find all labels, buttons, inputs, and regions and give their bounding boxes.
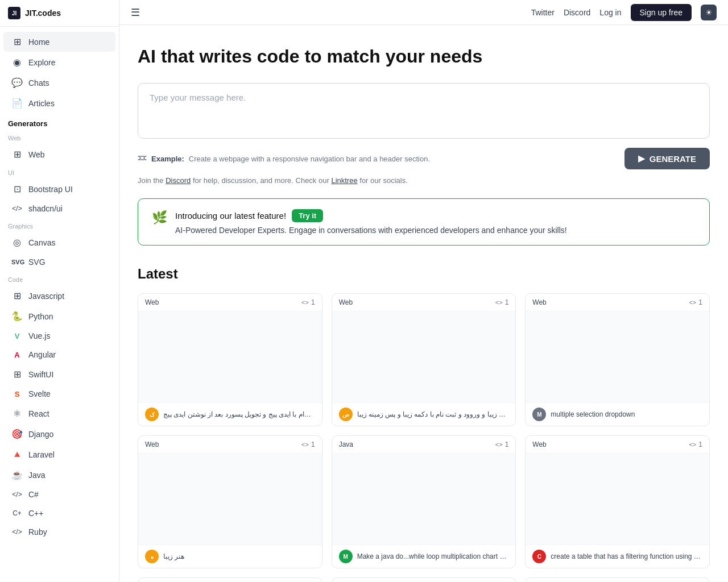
card-meta: <> 1	[301, 298, 315, 306]
sidebar-item-chats[interactable]: 💬 Chats	[3, 73, 115, 93]
card-item[interactable]: Solidity <> 1 ?	[138, 577, 322, 582]
topbar-left: ☰	[131, 6, 140, 19]
card-label: create a table that has a filtering func…	[551, 552, 702, 560]
sidebar-item-csharp[interactable]: </> C#	[3, 485, 115, 504]
banner-title-row: Introducing our latest feature! Try it	[175, 209, 567, 222]
sidebar-item-vuejs[interactable]: V Vue.js	[3, 327, 115, 345]
card-item[interactable]: Web <> 1 M multiple selection dropdown	[525, 293, 710, 426]
example-label: Example:	[151, 155, 184, 163]
card-header: Web <> 1	[526, 294, 709, 311]
linktree-link[interactable]: Linktree	[331, 176, 357, 185]
card-meta: <> 1	[301, 440, 315, 448]
card-meta: <> 1	[689, 298, 702, 306]
sidebar-item-shadcn[interactable]: </> shadcn/ui	[3, 199, 115, 218]
card-item[interactable]: Web <> 1 ک کد هک لینستاگرام با ایدی پیج …	[138, 293, 322, 426]
card-footer: ص صفحه زیبا و وروود و ثبت نام با دکمه زی…	[332, 402, 516, 426]
card-footer: ک کد هک لینستاگرام با ایدی پیج و تجویل پ…	[138, 402, 322, 426]
example-text: Example: Create a webpage with a respons…	[138, 154, 430, 163]
sidebar-item-swiftui[interactable]: ⊞ SwiftUI	[3, 364, 115, 384]
sidebar-item-label: Web	[28, 150, 45, 159]
feature-banner: 🌿 Introducing our latest feature! Try it…	[138, 198, 710, 246]
topbar-right: Twitter Discord Log in Sign up free ☀	[531, 4, 717, 21]
generate-button[interactable]: ▶ GENERATE	[624, 148, 710, 169]
card-tag: Web	[532, 440, 546, 448]
card-tag: Web	[532, 298, 546, 306]
card-meta: <> 1	[495, 440, 509, 448]
avatar: M	[339, 550, 353, 563]
sidebar-item-django[interactable]: 🎯 Django	[3, 424, 115, 444]
react-icon: ⚛	[11, 408, 23, 419]
theme-icon: ☀	[705, 8, 713, 17]
try-it-button[interactable]: Try it	[292, 209, 323, 222]
card-meta: <> 1	[495, 298, 509, 306]
sidebar-item-label: Explore	[28, 58, 55, 67]
section-label-ui: UI	[0, 165, 119, 178]
sidebar-item-cplusplus[interactable]: C+ C++	[3, 504, 115, 522]
sidebar-item-react[interactable]: ⚛ React	[3, 404, 115, 423]
bootstrap-icon: ⊡	[11, 184, 23, 194]
card-item[interactable]: Web <> 1 C create a table that has a fil…	[525, 435, 710, 568]
laravel-icon: 🔺	[11, 449, 23, 460]
card-item[interactable]: Web <> 1 ?	[525, 577, 710, 582]
sidebar-item-label: Ruby	[28, 527, 47, 537]
signup-button[interactable]: Sign up free	[631, 4, 692, 21]
sidebar-item-label: C#	[28, 490, 39, 499]
sidebar-item-svelte[interactable]: S Svelte	[3, 385, 115, 403]
csharp-icon: </>	[11, 490, 23, 498]
sidebar-item-label: Chats	[28, 78, 49, 88]
sidebar-item-bootstrap-ui[interactable]: ⊡ Bootstrap UI	[3, 179, 115, 199]
sidebar-header: JI JIT.codes	[0, 0, 119, 27]
card-preview	[138, 311, 322, 402]
card-item[interactable]: Web <> 1 ?	[332, 577, 516, 582]
section-label-graphics: Graphics	[0, 218, 119, 232]
login-link[interactable]: Log in	[599, 8, 621, 17]
main-content: ☰ Twitter Discord Log in Sign up free ☀ …	[119, 0, 728, 582]
sidebar-item-angular[interactable]: A Angular	[3, 346, 115, 364]
discord-join-link[interactable]: Discord	[166, 176, 191, 185]
discord-link[interactable]: Discord	[564, 8, 590, 17]
card-header: Web <> 1	[138, 436, 322, 454]
card-item[interactable]: Java <> 1 M Make a java do...while loop …	[332, 435, 516, 568]
sidebar-item-python[interactable]: 🐍 Python	[3, 306, 115, 326]
message-input-wrapper	[138, 83, 710, 139]
section-label-code: Code	[0, 272, 119, 285]
cards-grid-row3: Solidity <> 1 ? Web <> 1 ?	[138, 577, 710, 582]
card-label: Make a java do...while loop multiplicati…	[357, 552, 509, 560]
menu-icon[interactable]: ☰	[131, 6, 140, 19]
card-footer: ه هنر زیبا	[138, 544, 322, 568]
banner-content: Introducing our latest feature! Try it A…	[175, 209, 567, 235]
avatar: M	[532, 408, 546, 421]
card-item[interactable]: Web <> 1 ص صفحه زیبا و وروود و ثبت نام ب…	[332, 293, 516, 426]
sidebar-item-javascript[interactable]: ⊞ Javascript	[3, 286, 115, 306]
card-item[interactable]: Web <> 1 ه هنر زیبا	[138, 435, 322, 568]
sidebar-item-articles[interactable]: 📄 Articles	[3, 93, 115, 113]
sidebar-item-ruby[interactable]: </> Ruby	[3, 523, 115, 541]
message-input[interactable]	[150, 93, 698, 127]
card-tag: Web	[145, 298, 159, 306]
sidebar-item-label: Home	[28, 38, 49, 47]
avatar: C	[532, 550, 546, 563]
sidebar-item-svg[interactable]: SVG SVG	[3, 253, 115, 271]
sidebar-item-web[interactable]: ⊞ Web	[3, 144, 115, 164]
shuffle-icon	[138, 154, 147, 163]
sidebar-item-label: Laravel	[28, 450, 55, 459]
sidebar-nav: ⊞ Home ◉ Explore 💬 Chats 📄 Articles Gene…	[0, 27, 119, 546]
sidebar-item-explore[interactable]: ◉ Explore	[3, 52, 115, 72]
sidebar: JI JIT.codes ⊞ Home ◉ Explore 💬 Chats 📄 …	[0, 0, 119, 582]
sidebar-item-canvas[interactable]: ◎ Canvas	[3, 232, 115, 252]
card-count: 1	[698, 440, 702, 448]
card-preview	[332, 311, 516, 402]
sidebar-item-java[interactable]: ☕ Java	[3, 465, 115, 485]
shadcn-icon: </>	[11, 205, 23, 213]
sidebar-item-home[interactable]: ⊞ Home	[3, 32, 115, 52]
card-label: هنر زیبا	[163, 552, 184, 560]
sidebar-item-label: shadcn/ui	[28, 204, 63, 213]
twitter-link[interactable]: Twitter	[531, 8, 555, 17]
web-icon: ⊞	[11, 149, 23, 160]
input-actions-row: Example: Create a webpage with a respons…	[138, 148, 710, 169]
card-label: کد هک لینستاگرام با ایدی پیج و تجویل پسو…	[163, 410, 315, 418]
theme-toggle-button[interactable]: ☀	[701, 5, 717, 20]
sidebar-item-label: SwiftUI	[28, 370, 53, 379]
sidebar-item-label: Python	[28, 312, 53, 321]
sidebar-item-laravel[interactable]: 🔺 Laravel	[3, 444, 115, 464]
